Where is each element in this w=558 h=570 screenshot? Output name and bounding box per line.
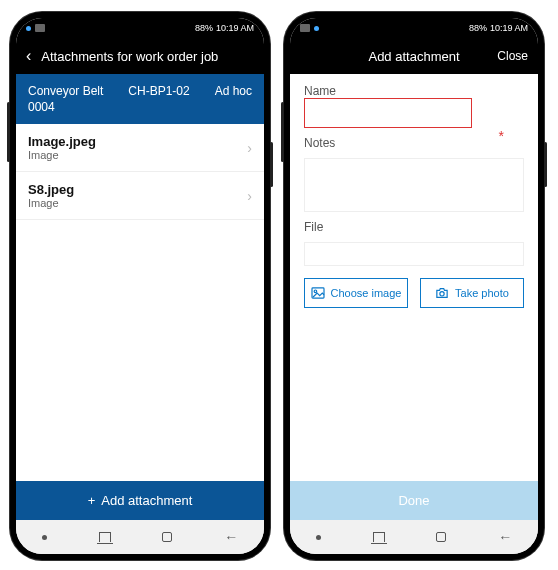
done-label: Done (398, 493, 429, 508)
file-slot (304, 242, 524, 266)
done-button[interactable]: Done (290, 481, 538, 520)
chevron-right-icon: › (247, 140, 252, 156)
close-button[interactable]: Close (497, 49, 528, 63)
status-time: 10:19 AM (490, 23, 528, 33)
status-bar: 88% 10:19 AM (16, 18, 264, 38)
screen-left: 88% 10:19 AM ‹ Attachments for work orde… (16, 18, 264, 554)
status-notif-icon (314, 26, 319, 31)
status-bar: 88% 10:19 AM (290, 18, 538, 38)
back-icon[interactable]: ‹ (26, 48, 31, 64)
app-bar: ‹ Attachments for work order job (16, 38, 264, 74)
status-app-icon (300, 24, 310, 32)
app-bar-title: Add attachment (368, 49, 459, 64)
screen-right: 88% 10:19 AM Add attachment Close Name *… (290, 18, 538, 554)
phone-left: 88% 10:19 AM ‹ Attachments for work orde… (10, 12, 270, 560)
name-label: Name (304, 84, 524, 98)
notes-label: Notes (304, 136, 524, 150)
status-notif-icon (26, 26, 31, 31)
status-app-icon (35, 24, 45, 32)
nav-home-icon[interactable] (436, 532, 446, 542)
attachment-list: Image.jpeg Image › S8.jpeg Image › (16, 124, 264, 481)
app-bar: Add attachment Close (290, 38, 538, 74)
nav-back-icon[interactable]: ← (498, 529, 512, 545)
android-nav-bar: ← (290, 520, 538, 554)
asset-name: Conveyor Belt (28, 84, 103, 98)
plus-icon: + (88, 493, 96, 508)
notes-field[interactable] (304, 158, 524, 212)
work-order-header: Conveyor Belt CH-BP1-02 Ad hoc 0004 (16, 74, 264, 124)
status-battery: 88% (469, 23, 487, 33)
list-item[interactable]: S8.jpeg Image › (16, 172, 264, 220)
attachment-type: Image (28, 149, 96, 161)
take-photo-label: Take photo (455, 287, 509, 299)
asset-code: CH-BP1-02 (128, 84, 189, 98)
name-field[interactable] (304, 98, 472, 128)
file-label: File (304, 220, 524, 234)
choose-image-label: Choose image (331, 287, 402, 299)
nav-recent-icon[interactable] (99, 532, 111, 542)
nav-menu-icon[interactable] (42, 535, 47, 540)
work-order-id: 0004 (28, 100, 252, 114)
nav-back-icon[interactable]: ← (224, 529, 238, 545)
attachment-title: Image.jpeg (28, 134, 96, 149)
chevron-right-icon: › (247, 188, 252, 204)
image-icon (311, 287, 325, 299)
attachment-form: Name * Notes File Choose image Take phot… (290, 74, 538, 481)
required-icon: * (499, 128, 504, 144)
choose-image-button[interactable]: Choose image (304, 278, 408, 308)
attachment-type: Image (28, 197, 74, 209)
android-nav-bar: ← (16, 520, 264, 554)
nav-home-icon[interactable] (162, 532, 172, 542)
attachment-title: S8.jpeg (28, 182, 74, 197)
nav-recent-icon[interactable] (373, 532, 385, 542)
phone-right: 88% 10:19 AM Add attachment Close Name *… (284, 12, 544, 560)
nav-menu-icon[interactable] (316, 535, 321, 540)
status-time: 10:19 AM (216, 23, 254, 33)
svg-point-1 (314, 290, 317, 293)
add-attachment-label: Add attachment (101, 493, 192, 508)
status-battery: 88% (195, 23, 213, 33)
camera-icon (435, 287, 449, 299)
svg-point-2 (440, 292, 444, 296)
take-photo-button[interactable]: Take photo (420, 278, 524, 308)
app-bar-title: Attachments for work order job (41, 49, 218, 64)
add-attachment-button[interactable]: + Add attachment (16, 481, 264, 520)
job-type: Ad hoc (215, 84, 252, 98)
list-item[interactable]: Image.jpeg Image › (16, 124, 264, 172)
